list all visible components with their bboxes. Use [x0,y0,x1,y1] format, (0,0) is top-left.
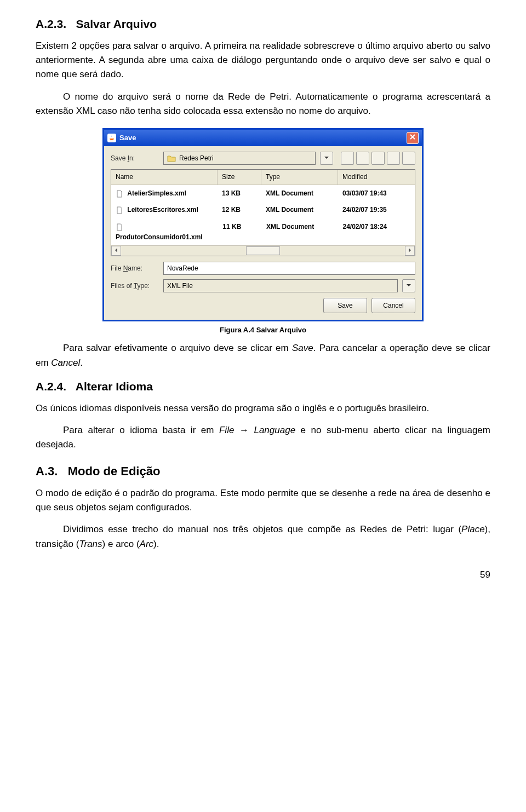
heading-a24: A.2.4. Alterar Idioma [36,378,490,396]
file-modified: 24/02/07 18:24 [339,220,415,244]
detail-view-button[interactable] [402,152,415,165]
file-row[interactable]: LeitoresEscritores.xml 12 KB XML Documen… [111,201,415,218]
paragraph: O modo de edição é o padrão do programa.… [36,486,490,515]
file-list: Name Size Type Modified AtelierSimples.x… [111,169,415,256]
scroll-left-button[interactable] [111,246,121,256]
file-icon [116,223,123,231]
save-button[interactable]: Save [323,298,367,313]
file-name: AtelierSimples.xml [127,189,186,197]
dialog-titlebar: Save [104,130,422,146]
file-modified: 24/02/07 19:35 [338,203,415,217]
heading-a3: A.3. Modo de Edição [36,462,490,481]
cancel-button[interactable]: Cancel [371,298,415,313]
col-modified[interactable]: Modified [338,170,415,185]
file-row[interactable]: AtelierSimples.xml 13 KB XML Document 03… [111,185,415,202]
paragraph: Para salvar efetivamente o arquivo deve … [36,341,490,370]
save-in-dropdown-button[interactable] [320,152,333,165]
file-icon [116,206,123,214]
scroll-thumb[interactable] [246,246,280,255]
paragraph: Existem 2 opções para salvar o arquivo. … [36,39,490,82]
paragraph: Dividimos esse trecho do manual nos três… [36,522,490,551]
file-type: XML Document [261,203,338,217]
new-folder-button[interactable] [371,152,385,165]
save-in-label: Save In: [111,153,159,164]
heading-title: Alterar Idioma [76,380,153,393]
heading-title: Salvar Arquivo [76,18,157,30]
figure-caption: Figura A.4 Salvar Arquivo [36,325,490,336]
heading-number: A.2.3. [36,18,66,30]
up-folder-button[interactable] [341,152,354,165]
list-view-button[interactable] [387,152,400,165]
java-cup-icon [107,134,116,142]
page-number: 59 [36,568,490,582]
scroll-right-button[interactable] [405,246,415,256]
file-name-input[interactable]: NovaRede [163,262,415,275]
file-type-value: XML File [167,281,193,291]
file-name-input-value: NovaRede [167,263,198,274]
file-type-label: Files of Type: [111,281,159,291]
file-row[interactable]: ProdutorConsumidor01.xml 11 KB XML Docum… [111,218,415,245]
file-size: 12 KB [218,203,261,217]
close-button[interactable] [407,132,419,144]
paragraph: Os únicos idiomas disponíveis nessa vers… [36,401,490,416]
file-list-header: Name Size Type Modified [111,170,415,185]
file-size: 13 KB [218,186,261,201]
heading-title: Modo de Edição [68,464,161,478]
home-button[interactable] [356,152,369,165]
close-icon [409,133,416,143]
chevron-down-icon [324,153,329,164]
folder-icon [167,154,176,162]
save-in-value: Redes Petri [179,153,214,164]
save-dialog: Save Save In: Redes Petri [102,128,424,321]
file-type-combobox[interactable]: XML File [163,279,398,292]
file-name: LeitoresEscritores.xml [127,206,198,214]
horizontal-scrollbar[interactable] [111,245,415,256]
file-type: XML Document [261,186,338,201]
paragraph: O nome do arquivo será o nome da Rede de… [36,90,490,119]
file-modified: 03/03/07 19:43 [338,186,415,201]
file-name-label: File Name: [111,263,159,274]
dialog-title: Save [119,133,136,143]
col-name[interactable]: Name [111,170,218,185]
save-in-combobox[interactable]: Redes Petri [163,152,316,165]
chevron-right-icon [407,246,413,256]
file-size: 11 KB [218,220,262,244]
heading-number: A.2.4. [36,380,66,393]
col-type[interactable]: Type [261,170,338,185]
chevron-down-icon [406,281,411,291]
file-icon [116,190,123,198]
file-name: ProdutorConsumidor01.xml [116,233,203,241]
paragraph: Para alterar o idioma basta ir em File →… [36,423,490,452]
heading-a23: A.2.3. Salvar Arquivo [36,15,490,33]
file-type-dropdown-button[interactable] [402,279,415,292]
chevron-left-icon [113,246,119,256]
file-type: XML Document [262,220,338,244]
heading-number: A.3. [36,464,58,478]
col-size[interactable]: Size [218,170,261,185]
